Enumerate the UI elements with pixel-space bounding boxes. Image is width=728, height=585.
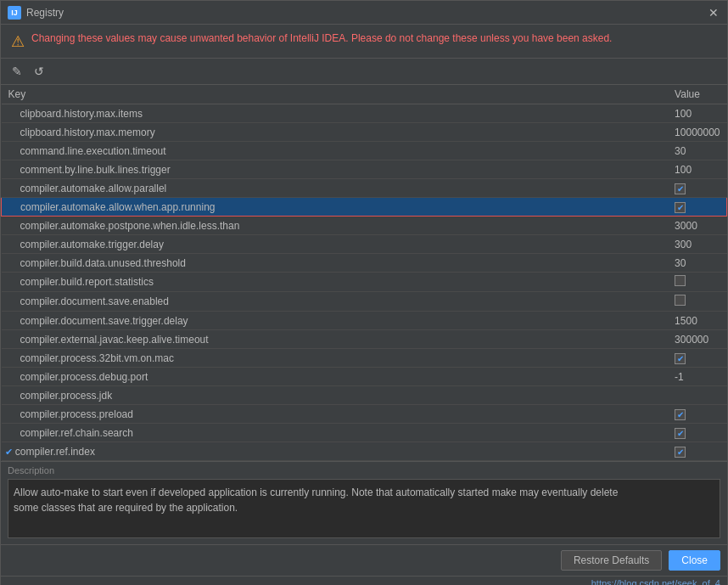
table-row[interactable]: compiler.process.preload✔: [2, 405, 727, 424]
table-row[interactable]: compiler.automake.allow.parallel✔: [2, 179, 727, 198]
table-row[interactable]: ✔ compiler.ref.index✔: [2, 442, 727, 461]
close-window-button[interactable]: ✕: [707, 6, 720, 20]
key-cell: compiler.document.save.trigger.delay: [2, 312, 669, 330]
checkbox[interactable]: ✔: [675, 353, 686, 364]
description-section: Description: [1, 461, 727, 544]
description-label: Description: [8, 465, 720, 475]
value-cell: 100: [668, 160, 726, 179]
checkbox[interactable]: ✔: [675, 202, 686, 213]
checkbox[interactable]: ✔: [675, 428, 686, 439]
value-cell[interactable]: [668, 292, 726, 312]
restore-defaults-button[interactable]: Restore Defaults: [561, 550, 662, 571]
description-textarea[interactable]: [8, 479, 720, 538]
checkbox[interactable]: ✔: [675, 447, 686, 458]
value-cell: 10000000: [668, 123, 726, 142]
key-cell: compiler.process.32bit.vm.on.mac: [2, 349, 669, 368]
registry-table: Key Value clipboard.history.max.items100…: [1, 85, 727, 461]
value-cell[interactable]: ✔: [668, 424, 726, 442]
table-row[interactable]: compiler.build.data.unused.threshold30: [2, 254, 727, 273]
value-cell: 300: [668, 235, 726, 254]
app-icon: IJ: [8, 6, 21, 20]
value-cell[interactable]: ✔: [668, 179, 726, 198]
table-row[interactable]: compiler.document.save.trigger.delay1500: [2, 312, 727, 330]
key-cell: ✔ compiler.ref.index: [2, 442, 669, 461]
key-cell: compiler.ref.chain.search: [2, 424, 669, 442]
value-cell: 30: [668, 254, 726, 273]
title-bar: IJ Registry ✕: [1, 1, 727, 25]
footer-url: https://blog.csdn.net/seek_of_4: [1, 576, 727, 585]
table-row[interactable]: compiler.automake.postpone.when.idle.les…: [2, 217, 727, 235]
key-cell: compiler.external.javac.keep.alive.timeo…: [2, 330, 669, 349]
warning-icon: ⚠: [11, 32, 25, 51]
table-row[interactable]: comment.by.line.bulk.lines.trigger100: [2, 160, 727, 179]
key-cell: clipboard.history.max.memory: [2, 123, 669, 142]
col-header-value: Value: [668, 85, 726, 104]
key-cell: clipboard.history.max.items: [2, 104, 669, 123]
table-row[interactable]: compiler.document.save.enabled: [2, 292, 727, 312]
value-cell: 30: [668, 142, 726, 160]
value-cell: -1: [668, 368, 726, 386]
ticker-icon: ✔: [5, 447, 13, 457]
checkbox[interactable]: ✔: [675, 183, 686, 194]
title-bar-left: IJ Registry: [8, 6, 64, 20]
key-cell: comment.by.line.bulk.lines.trigger: [2, 160, 669, 179]
value-cell[interactable]: ✔: [668, 349, 726, 368]
table-row[interactable]: compiler.process.debug.port-1: [2, 368, 727, 386]
table-row[interactable]: compiler.process.32bit.vm.on.mac✔: [2, 349, 727, 368]
value-cell[interactable]: ✔: [668, 442, 726, 461]
key-cell: compiler.automake.allow.parallel: [2, 179, 669, 198]
window-title: Registry: [26, 7, 64, 19]
checkbox[interactable]: ✔: [675, 409, 686, 420]
warning-bar: ⚠ Changing these values may cause unwant…: [1, 25, 727, 59]
key-cell: compiler.document.save.enabled: [2, 292, 669, 312]
registry-window: IJ Registry ✕ ⚠ Changing these values ma…: [0, 0, 728, 585]
table-row[interactable]: command.line.execution.timeout30: [2, 142, 727, 160]
table-row[interactable]: compiler.automake.allow.when.app.running…: [2, 198, 727, 217]
key-cell: compiler.automake.allow.when.app.running: [2, 198, 669, 217]
registry-table-container[interactable]: Key Value clipboard.history.max.items100…: [1, 85, 727, 461]
key-cell: compiler.automake.postpone.when.idle.les…: [2, 217, 669, 235]
key-cell: compiler.process.preload: [2, 405, 669, 424]
close-button[interactable]: Close: [669, 550, 720, 571]
key-cell: compiler.process.debug.port: [2, 368, 669, 386]
value-cell: 1500: [668, 312, 726, 330]
value-cell: [668, 386, 726, 405]
checkbox[interactable]: [675, 295, 686, 306]
value-cell[interactable]: ✔: [668, 405, 726, 424]
table-row[interactable]: clipboard.history.max.items100: [2, 104, 727, 123]
key-cell: compiler.build.report.statistics: [2, 273, 669, 292]
col-header-key: Key: [2, 85, 669, 104]
table-row[interactable]: compiler.automake.trigger.delay300: [2, 235, 727, 254]
key-cell: command.line.execution.timeout: [2, 142, 669, 160]
value-cell: 3000: [668, 217, 726, 235]
value-cell[interactable]: ✔: [668, 198, 726, 217]
value-cell[interactable]: [668, 273, 726, 292]
toolbar: ✎ ↺: [1, 59, 727, 85]
value-cell: 100: [668, 104, 726, 123]
key-cell: compiler.automake.trigger.delay: [2, 235, 669, 254]
table-row[interactable]: clipboard.history.max.memory10000000: [2, 123, 727, 142]
edit-button[interactable]: ✎: [8, 62, 26, 81]
table-row[interactable]: compiler.external.javac.keep.alive.timeo…: [2, 330, 727, 349]
button-bar: Restore Defaults Close: [1, 544, 727, 576]
checkbox[interactable]: [675, 275, 686, 286]
table-row[interactable]: compiler.process.jdk: [2, 386, 727, 405]
table-row[interactable]: compiler.build.report.statistics: [2, 273, 727, 292]
value-cell: 300000: [668, 330, 726, 349]
table-row[interactable]: compiler.ref.chain.search✔: [2, 424, 727, 442]
warning-text: Changing these values may cause unwanted…: [31, 31, 612, 46]
reset-button[interactable]: ↺: [30, 62, 48, 81]
key-cell: compiler.process.jdk: [2, 386, 669, 405]
key-cell: compiler.build.data.unused.threshold: [2, 254, 669, 273]
